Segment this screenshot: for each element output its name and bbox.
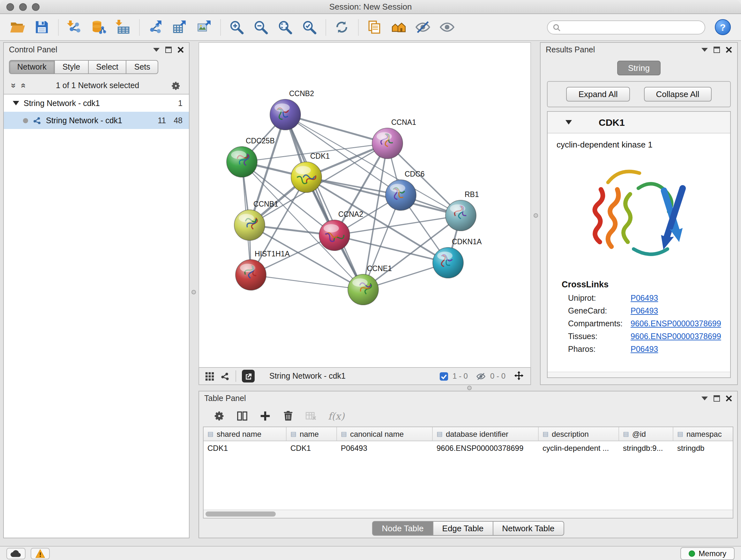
protein-section-header[interactable]: CDK1 bbox=[548, 112, 730, 133]
tab-network[interactable]: Network bbox=[9, 60, 55, 74]
apply-function-button[interactable]: f(x) bbox=[328, 410, 344, 422]
expand-all-button[interactable]: Expand All bbox=[566, 87, 630, 102]
network-node-CDK1[interactable]: CDK1 bbox=[291, 152, 330, 192]
show-columns-button[interactable] bbox=[236, 410, 248, 422]
panel-float-icon[interactable] bbox=[165, 47, 172, 53]
panel-menu-icon[interactable] bbox=[701, 48, 708, 52]
crosslink-link[interactable]: P06493 bbox=[630, 294, 658, 303]
table-hscrollbar[interactable] bbox=[204, 509, 733, 518]
table-cell[interactable]: stringdb:9... bbox=[619, 441, 673, 455]
protein-details-box: CDK1 cyclin-dependent kinase 1 bbox=[547, 111, 731, 378]
panel-float-icon[interactable] bbox=[714, 395, 720, 401]
warning-button[interactable] bbox=[30, 548, 50, 559]
memory-button[interactable]: Memory bbox=[680, 547, 735, 560]
network-node-HIST1H1A[interactable]: HIST1H1A bbox=[235, 250, 290, 290]
crosslink-link[interactable]: 9606.ENSP00000378699 bbox=[630, 332, 721, 341]
selected-checkbox-icon[interactable] bbox=[439, 371, 449, 381]
network-node-CCNA1[interactable]: CCNA1 bbox=[372, 118, 416, 159]
crosslink-link[interactable]: P06493 bbox=[630, 345, 658, 354]
column-header--id[interactable]: ▤@id bbox=[619, 427, 673, 441]
column-header-database-identifier[interactable]: ▤database identifier bbox=[433, 427, 539, 441]
import-network-file-button[interactable] bbox=[64, 17, 84, 37]
zoom-window-button[interactable] bbox=[32, 3, 40, 11]
delete-column-button[interactable] bbox=[282, 410, 294, 422]
gear-icon[interactable] bbox=[171, 80, 181, 91]
table-settings-button[interactable] bbox=[213, 410, 225, 422]
column-header-canonical-name[interactable]: ▤canonical name bbox=[337, 427, 433, 441]
pan-crosshair-icon[interactable] bbox=[513, 370, 525, 382]
table-cell[interactable]: cyclin-dependent ... bbox=[539, 441, 619, 455]
scrollbar-thumb[interactable] bbox=[205, 511, 276, 516]
panel-float-icon[interactable] bbox=[714, 47, 720, 53]
table-row[interactable]: CDK1CDK1P064939606.ENSP00000378699cyclin… bbox=[204, 441, 733, 455]
tab-style[interactable]: Style bbox=[54, 60, 89, 74]
crosslink-link[interactable]: P06493 bbox=[630, 307, 658, 315]
hide-selected-button[interactable] bbox=[413, 17, 432, 37]
network-node-CCNB2[interactable]: CCNB2 bbox=[270, 89, 314, 130]
crosslink-link[interactable]: 9606.ENSP00000378699 bbox=[630, 319, 721, 328]
import-network-database-button[interactable] bbox=[89, 17, 108, 37]
panel-close-icon[interactable] bbox=[726, 395, 732, 401]
panel-menu-icon[interactable] bbox=[701, 396, 708, 400]
zoom-fit-button[interactable] bbox=[275, 17, 294, 37]
save-session-button[interactable] bbox=[32, 17, 51, 37]
detach-view-button[interactable] bbox=[242, 370, 255, 382]
search-box[interactable] bbox=[547, 20, 705, 35]
new-network-button[interactable] bbox=[145, 17, 165, 37]
open-session-button[interactable] bbox=[8, 17, 27, 37]
vertical-splitter-handle[interactable] bbox=[192, 290, 196, 294]
column-header-namespac[interactable]: ▤namespac bbox=[673, 427, 733, 441]
zoom-selected-button[interactable] bbox=[299, 17, 319, 37]
panel-menu-icon[interactable] bbox=[153, 48, 159, 52]
first-neighbors-button[interactable] bbox=[389, 17, 408, 37]
network-node-CDKN1A[interactable]: CDKN1A bbox=[433, 238, 482, 278]
add-column-button[interactable] bbox=[259, 410, 271, 422]
network-grid-view-icon[interactable] bbox=[205, 371, 214, 381]
network-node-CCNB1[interactable]: CCNB1 bbox=[234, 200, 278, 240]
tab-node-table[interactable]: Node Table bbox=[372, 521, 433, 536]
vertical-splitter-handle[interactable] bbox=[534, 213, 538, 218]
tab-string[interactable]: String bbox=[617, 61, 661, 75]
zoom-out-button[interactable] bbox=[251, 17, 270, 37]
hidden-eye-icon[interactable] bbox=[475, 371, 486, 381]
tab-network-table[interactable]: Network Table bbox=[492, 521, 564, 536]
collapse-all-button[interactable]: Collapse All bbox=[644, 87, 712, 102]
help-button[interactable]: ? bbox=[715, 19, 731, 35]
show-all-button[interactable] bbox=[437, 17, 456, 37]
crosslink-row: Uniprot:P06493 bbox=[548, 292, 730, 305]
close-window-button[interactable] bbox=[6, 3, 14, 11]
table-cell[interactable]: CDK1 bbox=[286, 441, 337, 455]
table-cell[interactable]: stringdb bbox=[673, 441, 733, 455]
column-header-shared-name[interactable]: ▤shared name bbox=[204, 427, 286, 441]
panel-close-icon[interactable] bbox=[726, 47, 732, 53]
horizontal-splitter-handle[interactable] bbox=[467, 386, 472, 390]
column-header-description[interactable]: ▤description bbox=[539, 427, 619, 441]
new-table-button[interactable] bbox=[170, 17, 189, 37]
cloud-button[interactable] bbox=[6, 548, 25, 559]
copy-document-button[interactable] bbox=[364, 17, 384, 37]
table-cell[interactable]: 9606.ENSP00000378699 bbox=[433, 441, 539, 455]
disclosure-triangle-icon[interactable] bbox=[565, 120, 572, 125]
export-image-button[interactable] bbox=[194, 17, 213, 37]
disclosure-triangle-icon[interactable] bbox=[13, 101, 19, 105]
table-cell[interactable]: P06493 bbox=[337, 441, 433, 455]
minimize-window-button[interactable] bbox=[19, 3, 27, 11]
node-label: RB1 bbox=[465, 190, 479, 199]
network-node-RB1[interactable]: RB1 bbox=[446, 190, 479, 231]
expand-all-icon[interactable]: » bbox=[17, 83, 26, 88]
zoom-in-button[interactable] bbox=[226, 17, 246, 37]
network-row[interactable]: String Network - cdk1 11 48 bbox=[4, 112, 189, 129]
search-input[interactable] bbox=[565, 23, 699, 32]
panel-close-icon[interactable] bbox=[178, 47, 184, 53]
results-scrollbar[interactable] bbox=[548, 372, 730, 377]
network-share-icon[interactable] bbox=[220, 371, 230, 381]
tab-edge-table[interactable]: Edge Table bbox=[433, 521, 493, 536]
column-header-name[interactable]: ▤name bbox=[286, 427, 337, 441]
tab-sets[interactable]: Sets bbox=[126, 60, 158, 74]
network-collection-row[interactable]: String Network - cdk1 1 bbox=[4, 95, 189, 112]
apply-layout-button[interactable] bbox=[332, 17, 351, 37]
import-table-file-button[interactable] bbox=[113, 17, 132, 37]
tab-select[interactable]: Select bbox=[88, 60, 127, 74]
table-cell[interactable]: CDK1 bbox=[204, 441, 286, 455]
network-canvas[interactable]: CCNB2CCNA1CDC25BCDK1CDC6RB1CCNB1CCNA2CDK… bbox=[199, 42, 531, 367]
